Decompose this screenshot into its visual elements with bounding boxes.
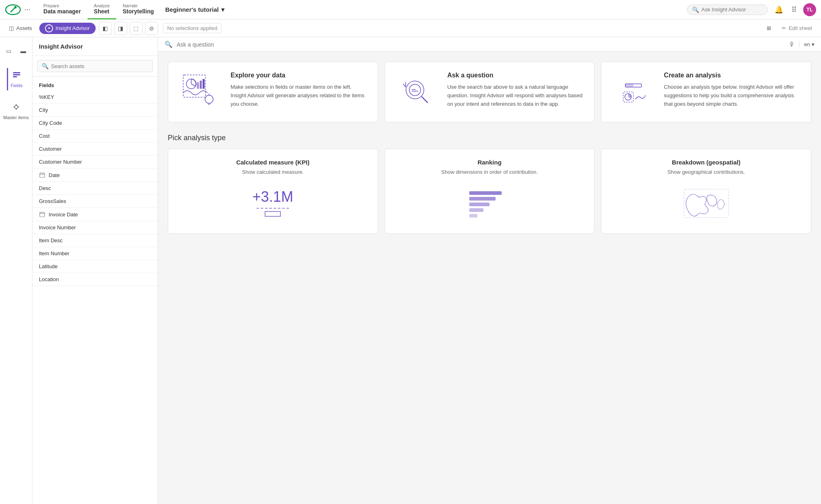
ask-question-card[interactable]: Ask a question Use the search bar above … [385,62,595,122]
field-name: Latitude [39,263,58,269]
field-list-item[interactable]: Invoice Number [32,221,158,234]
field-name: GrossSales [39,198,66,204]
geo-analysis-card[interactable]: Breakdown (geospatial) Show geographical… [601,149,811,234]
field-list-item[interactable]: Customer [32,143,158,156]
ranking-analysis-card[interactable]: Ranking Show dimensions in order of cont… [385,149,595,234]
nav-tab-narrate[interactable]: Narrate Storytelling [116,0,160,19]
kpi-analysis-card[interactable]: Calculated measure (KPI) Show calculated… [168,149,378,234]
selection-forward-icon[interactable]: ◨ [114,22,127,35]
nav-more-button[interactable]: ··· [24,5,30,14]
insight-search-container: 🔍 [32,56,158,77]
insight-advisor-button[interactable]: ✦ Insight Advisor [39,23,96,34]
app-title[interactable]: Beginner's tutorial ▾ [165,6,224,13]
ranking-card-desc: Show dimensions in order of contribution… [441,169,538,175]
narrate-label-main: Storytelling [123,8,154,15]
field-list-item[interactable]: Date [32,169,158,182]
notification-icon[interactable]: 🔔 [773,4,785,16]
ranking-visual [395,183,585,224]
field-list-item[interactable]: Invoice Date [32,208,158,221]
insight-advisor-input[interactable] [701,6,763,13]
field-name: Customer [39,146,62,152]
fields-icon [12,70,21,81]
svg-rect-38 [625,84,633,87]
svg-rect-5 [13,76,17,77]
app-title-text: Beginner's tutorial [165,6,219,13]
field-list-item[interactable]: Latitude [32,260,158,273]
sidebar-item-fields[interactable]: Fields [7,68,25,90]
svg-rect-19 [183,75,205,97]
field-list-item[interactable]: City Code [32,117,158,130]
field-list-item[interactable]: City [32,104,158,117]
assets-button[interactable]: ◫ Assets [5,23,36,33]
svg-rect-43 [469,203,490,206]
analyze-label-main: Sheet [94,8,109,15]
field-list-item[interactable]: Desc [32,182,158,195]
field-list-item[interactable]: Item Desc [32,234,158,247]
insight-advisor-label: Insight Advisor [56,25,90,31]
question-input-container[interactable] [177,41,785,48]
edit-sheet-button[interactable]: ✏ Edit sheet [778,23,816,33]
explore-title: Explore your data [231,72,368,79]
fields-label: Fields [11,83,22,88]
microphone-icon[interactable]: 🎙 [789,41,795,48]
nav-tab-prepare[interactable]: Prepare Data manager [37,0,88,19]
no-selections-label: No selections applied [163,23,222,33]
ask-icon [395,72,439,112]
top-navigation: ··· Prepare Data manager Analyze Sheet N… [0,0,821,19]
kpi-visual: +3.1M [178,183,368,224]
search-assets-input[interactable] [51,63,148,69]
create-text: Create an analysis Choose an analysis ty… [664,72,801,108]
fields-list: %KEYCityCity CodeCostCustomerCustomer Nu… [32,91,158,286]
panel-icon-right[interactable]: ▬ [18,45,29,57]
nav-tab-analyze[interactable]: Analyze Sheet [88,0,116,19]
svg-rect-45 [469,214,477,218]
svg-line-32 [422,97,428,103]
second-toolbar: ◫ Assets ✦ Insight Advisor ◧ ◨ ⬚ ⊘ No se… [0,19,821,37]
geo-visual [611,183,801,224]
grid-view-button[interactable]: ⊞ [763,23,774,33]
sidebar-item-master-items[interactable]: Master items [1,100,31,122]
narrate-label-top: Narrate [123,3,138,8]
toolbar-icons: ◧ ◨ ⬚ ⊘ [99,22,158,35]
question-search-icon: 🔍 [165,41,173,48]
edit-icon: ✏ [782,25,786,31]
field-list-item[interactable]: %KEY [32,91,158,104]
question-input[interactable] [177,41,785,48]
field-list-item[interactable]: Item Number [32,247,158,260]
svg-line-22 [191,84,195,86]
analysis-cards-row: Calculated measure (KPI) Show calculated… [168,149,811,234]
user-avatar[interactable]: TL [803,3,816,16]
field-name: Item Number [39,250,69,256]
svg-line-35 [403,84,406,87]
no-selections-text: No selections applied [167,25,218,31]
main-content-area: 🔍 🎙 en ▾ [158,37,821,504]
calendar-icon [39,211,45,218]
search-assets-input-container[interactable]: 🔍 [37,60,153,72]
svg-point-2 [14,6,17,9]
panel-icon-left[interactable]: ▭ [3,45,15,57]
field-list-item[interactable]: GrossSales [32,195,158,208]
selection-back-icon[interactable]: ◧ [99,22,112,35]
insight-panel-title: Insight Advisor [32,37,158,56]
language-value: en [804,41,810,47]
ask-text: Ask a question Use the search bar above … [447,72,585,108]
svg-point-6 [15,105,18,109]
field-list-item[interactable]: Location [32,273,158,286]
field-list-item[interactable]: Customer Number [32,156,158,169]
selection-lock-icon[interactable]: ⬚ [130,22,143,35]
grid-icon[interactable]: ⠿ [790,4,798,16]
insight-advisor-search[interactable]: 🔍 [687,4,768,15]
explore-data-card[interactable]: Explore your data Make selections in fie… [168,62,378,122]
svg-rect-42 [469,197,496,201]
insight-circle-icon: ✦ [45,24,53,32]
field-list-item[interactable]: Cost [32,130,158,143]
svg-point-26 [205,95,213,103]
master-items-icon [12,103,21,113]
left-sidebar: ▭ ▬ Fields [0,37,32,504]
panel-toggle-icons: ▭ ▬ [0,44,32,58]
selection-clear-icon[interactable]: ⊘ [145,22,158,35]
create-analysis-card[interactable]: Create an analysis Choose an analysis ty… [601,62,811,122]
language-selector[interactable]: en ▾ [799,41,815,47]
qlik-logo[interactable] [5,4,21,15]
prepare-label-main: Data manager [43,8,81,15]
